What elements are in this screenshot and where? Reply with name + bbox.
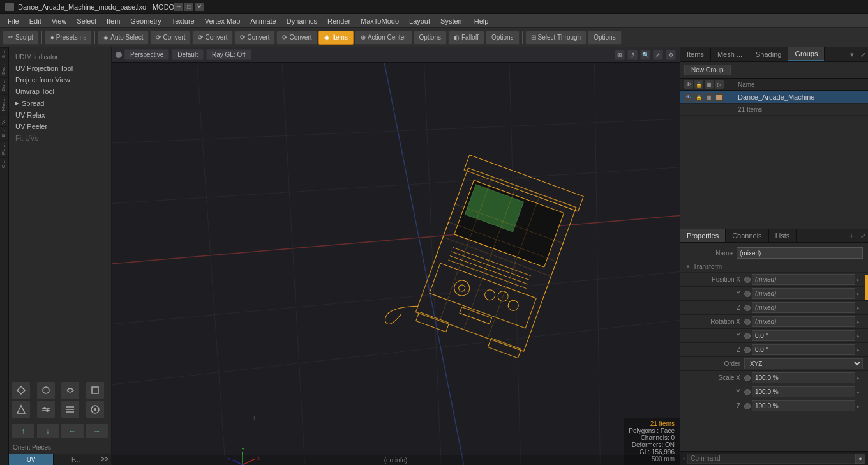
- command-input[interactable]: [687, 454, 855, 464]
- project-from-view[interactable]: Project from View: [11, 74, 108, 86]
- scale-y-input[interactable]: [752, 386, 855, 397]
- spread-item[interactable]: ▸ Spread: [11, 97, 108, 109]
- menu-maxtomodo[interactable]: MaxToModo: [355, 16, 404, 26]
- side-label-b[interactable]: B...: [0, 47, 8, 61]
- scale-y-circle[interactable]: [744, 389, 751, 395]
- side-label-e[interactable]: E...: [0, 126, 8, 140]
- tool-btn-4[interactable]: [86, 381, 105, 399]
- arrow-up[interactable]: ↑: [11, 423, 35, 439]
- tab-properties[interactable]: Properties: [680, 229, 726, 242]
- uv-peeler[interactable]: UV Peeler: [11, 121, 108, 132]
- tab-shading[interactable]: Shading: [749, 48, 788, 61]
- tool-btn-5[interactable]: [11, 400, 31, 418]
- position-y-arrow[interactable]: ▸: [857, 291, 863, 297]
- position-z-circle[interactable]: [744, 305, 751, 311]
- viewport-canvas[interactable]: X Y Z + 21 Items Polygons : Face Channel…: [112, 63, 680, 465]
- menu-layout[interactable]: Layout: [404, 16, 435, 26]
- position-x-arrow[interactable]: ▸: [857, 277, 863, 283]
- name-input[interactable]: [737, 247, 863, 259]
- rotation-y-input[interactable]: [752, 330, 855, 341]
- falloff-button[interactable]: ◐ Falloff: [448, 31, 484, 45]
- menu-dynamics[interactable]: Dynamics: [281, 16, 322, 26]
- tab-channels[interactable]: Channels: [726, 229, 768, 242]
- rotation-x-arrow[interactable]: ▸: [857, 319, 863, 325]
- menu-select[interactable]: Select: [71, 16, 101, 26]
- tab-mesh[interactable]: Mesh ...: [711, 48, 749, 61]
- convert-button-1[interactable]: ⟳ Convert: [150, 31, 191, 45]
- convert-button-4[interactable]: ⟳ Convert: [276, 31, 317, 45]
- perspective-button[interactable]: Perspective: [124, 49, 169, 60]
- new-group-button[interactable]: New Group: [684, 65, 731, 75]
- side-label-de[interactable]: De...: [0, 61, 8, 77]
- menu-view[interactable]: View: [47, 16, 72, 26]
- group-row-arcade[interactable]: 👁 🔒 ▦ Dance_Arcade_Machine: [680, 91, 868, 104]
- menu-vertex-map[interactable]: Vertex Map: [200, 16, 246, 26]
- arrow-down[interactable]: ↓: [36, 423, 60, 439]
- menu-item[interactable]: Item: [101, 16, 125, 26]
- scale-y-arrow[interactable]: ▸: [857, 389, 863, 395]
- position-y-input[interactable]: [752, 288, 855, 299]
- fit-uvs[interactable]: Fit UVs: [11, 132, 108, 144]
- position-z-input[interactable]: [752, 302, 855, 313]
- scale-x-arrow[interactable]: ▸: [857, 375, 863, 381]
- menu-render[interactable]: Render: [322, 16, 355, 26]
- menu-geometry[interactable]: Geometry: [125, 16, 166, 26]
- scale-x-circle[interactable]: [744, 375, 751, 381]
- options-button-2[interactable]: Options: [486, 31, 519, 45]
- props-expand-button[interactable]: ⤢: [858, 231, 868, 241]
- tool-btn-3[interactable]: [61, 381, 80, 399]
- convert-button-2[interactable]: ⟳ Convert: [192, 31, 233, 45]
- left-tab-uv[interactable]: UV: [9, 454, 54, 465]
- items-button[interactable]: ◉ Items: [318, 31, 353, 45]
- arrow-left[interactable]: ←: [61, 423, 84, 439]
- rotation-z-arrow[interactable]: ▸: [857, 347, 863, 353]
- options-button-3[interactable]: Options: [588, 31, 621, 45]
- row-mesh-icon[interactable]: ▦: [705, 93, 714, 102]
- menu-edit[interactable]: Edit: [24, 16, 47, 26]
- viewport[interactable]: Perspective Default Ray GL: Off ⊞ ↺ 🔍 ⤢ …: [112, 47, 680, 465]
- side-label-du[interactable]: Du...: [0, 77, 8, 94]
- order-dropdown[interactable]: XYZ XZY YXZ YZX ZXY ZYX: [744, 358, 863, 369]
- left-tab-more[interactable]: >>: [98, 454, 111, 465]
- rotation-y-circle[interactable]: [744, 333, 751, 339]
- props-add-button[interactable]: +: [845, 229, 858, 242]
- auto-select-button[interactable]: ◈ Auto Select: [98, 31, 149, 45]
- options-button-1[interactable]: Options: [414, 31, 447, 45]
- viewport-reset-icon[interactable]: ↺: [627, 50, 638, 60]
- side-label-mes[interactable]: Mes...: [0, 94, 8, 114]
- shading-button[interactable]: Default: [172, 49, 204, 60]
- orient-pieces[interactable]: Orient Pieces: [9, 441, 111, 454]
- tool-btn-7[interactable]: [61, 400, 80, 418]
- viewport-expand-icon[interactable]: ⤢: [653, 50, 663, 60]
- convert-button-3[interactable]: ⟳ Convert: [234, 31, 275, 45]
- maximize-button[interactable]: □: [184, 3, 193, 11]
- minimize-button[interactable]: ─: [174, 3, 183, 11]
- uv-relax[interactable]: UV Relax: [11, 109, 108, 121]
- transform-section[interactable]: ▼ Transform: [680, 261, 868, 273]
- select-through-button[interactable]: ⊞ Select Through: [525, 31, 587, 45]
- action-center-button[interactable]: ⊕ Action Center: [355, 31, 412, 45]
- row-lock-icon[interactable]: 🔒: [694, 93, 703, 102]
- scale-z-circle[interactable]: [744, 403, 751, 409]
- left-tab-f[interactable]: F...: [54, 454, 98, 465]
- groups-panel-expand[interactable]: ⤢: [858, 49, 868, 61]
- tab-items[interactable]: Items: [680, 48, 711, 61]
- tab-groups[interactable]: Groups: [788, 47, 825, 61]
- scale-x-input[interactable]: [752, 372, 855, 383]
- scale-z-input[interactable]: [752, 400, 855, 411]
- position-z-arrow[interactable]: ▸: [857, 305, 863, 311]
- viewport-settings-icon[interactable]: ⚙: [666, 50, 676, 60]
- row-eye-icon[interactable]: 👁: [684, 93, 693, 102]
- viewport-zoom-icon[interactable]: 🔍: [640, 50, 650, 60]
- arrow-right[interactable]: →: [86, 423, 109, 439]
- window-controls[interactable]: ─ □ ✕: [174, 3, 204, 11]
- position-y-circle[interactable]: [744, 291, 751, 297]
- position-x-input[interactable]: [752, 274, 855, 285]
- uv-projection-tool[interactable]: UV Projection Tool: [11, 63, 108, 74]
- rotation-x-input[interactable]: [752, 316, 855, 327]
- sculpt-button[interactable]: ✏ Sculpt: [3, 31, 39, 45]
- tool-btn-1[interactable]: [11, 381, 31, 399]
- menu-file[interactable]: File: [3, 16, 24, 26]
- rotation-x-circle[interactable]: [744, 319, 751, 325]
- viewport-fit-icon[interactable]: ⊞: [615, 50, 625, 60]
